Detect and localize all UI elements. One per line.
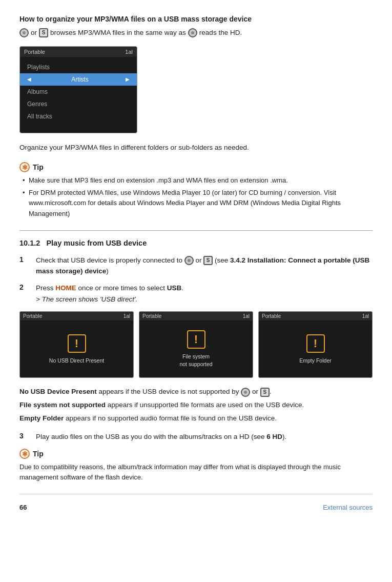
warning-icon-3: !: [306, 334, 325, 353]
tip-item-2: For DRM protected WMA files, use Windows…: [22, 188, 373, 218]
step-2: 2 Press HOME once or more times to selec…: [19, 283, 373, 306]
tip-icon-2: ✱: [19, 449, 30, 459]
screen-nousb-right: 1al: [123, 313, 130, 319]
screen-nousb: Portable 1al ! No USB Direct Present: [19, 311, 134, 378]
step-num-3: 3: [19, 432, 29, 440]
cd-icon: [19, 28, 29, 37]
s-icon: S: [39, 28, 48, 37]
tip-item-1: Make sure that MP3 files end on extensio…: [22, 175, 373, 186]
usb-bold: USB: [167, 284, 182, 292]
screen-filesystem-body: ! File systemnot supported: [139, 320, 253, 377]
s-icon-step1: S: [203, 256, 213, 265]
tip-label-2: Tip: [33, 450, 44, 458]
screen-emptyfolder-right: 1al: [362, 313, 369, 319]
screen-menu-alltracks: All tracks: [20, 110, 137, 123]
warning-icon-2: !: [187, 330, 205, 349]
screen-emptyfolder: Portable 1al ! Empty Folder: [258, 311, 373, 378]
step-content-2: Press HOME once or more times to select …: [36, 283, 373, 306]
desc-emptyfolder: Empty Folder appears if no supported aud…: [19, 413, 373, 424]
screen-header-1: Portable 1al: [20, 47, 137, 57]
screen-filesystem-left: Portable: [142, 313, 161, 319]
page-number: 66: [19, 504, 27, 511]
screen-nousb-text: No USB Direct Present: [49, 357, 104, 365]
home-text: HOME: [55, 284, 76, 292]
tip-header-2: ✱ Tip: [19, 449, 373, 459]
step-content-3: Play audio files on the USB as you do wi…: [36, 432, 373, 443]
screen-menu: Playlists Artists Albums Genres All trac…: [20, 57, 137, 127]
desc-nousb-bold: No USB Device Present: [19, 388, 97, 395]
intro-line: or S browses MP3/WMA files in the same w…: [19, 28, 373, 38]
screen-header-left: Portable: [24, 49, 45, 55]
tip2-text: Due to compatibility reasons, the album/…: [19, 462, 373, 483]
footer-label: External sources: [323, 504, 373, 511]
screen-nousb-header: Portable 1al: [20, 312, 133, 320]
intro-text: browses MP3/WMA files in the same way as: [50, 28, 186, 38]
step1-or: or: [195, 256, 203, 264]
section-title: 10.1.2 Play music from USB device: [19, 239, 373, 247]
desc-nousb: No USB Device Present appears if the USB…: [19, 386, 373, 397]
screen-image-1: Portable 1al Playlists Artists Albums Ge…: [19, 46, 137, 133]
screen-emptyfolder-left: Portable: [262, 313, 281, 319]
cd-icon-desc: [241, 388, 250, 397]
hd-bold: 6 HD: [266, 433, 282, 440]
screen-menu-genres: Genres: [20, 98, 137, 110]
screen-filesystem-right: 1al: [243, 313, 250, 319]
screen-menu-albums: Albums: [20, 86, 137, 98]
desc-filesystem-bold: File system not supported: [19, 401, 106, 409]
intro-or-text: or: [31, 28, 37, 38]
screen-filesystem: Portable 1al ! File systemnot supported: [139, 311, 253, 378]
step-3: 3 Play audio files on the USB as you do …: [19, 432, 373, 443]
step-num-2: 2: [19, 283, 29, 291]
tip-list-1: Make sure that MP3 files end on extensio…: [19, 175, 373, 219]
screen-filesystem-text: File systemnot supported: [179, 353, 212, 368]
tip-label-1: Tip: [33, 163, 44, 171]
desc-filesystem: File system not supported appears if uns…: [19, 399, 373, 411]
descriptions-block: No USB Device Present appears if the USB…: [19, 386, 373, 424]
screen-emptyfolder-header: Portable 1al: [259, 312, 372, 320]
page-title: How to organize your MP3/WMA files on a …: [19, 14, 373, 25]
step-1: 1 Check that USB device is properly conn…: [19, 255, 373, 277]
desc-emptyfolder-bold: Empty Folder: [19, 414, 64, 422]
step-content-1: Check that USB device is properly connec…: [36, 255, 373, 277]
screen-nousb-left: Portable: [23, 313, 42, 319]
intro-end-text: reads the HD.: [199, 28, 242, 38]
section-number: 10.1.2: [19, 239, 40, 247]
section-name: Play music from USB device: [46, 239, 147, 247]
tip-icon-1: ✱: [19, 162, 30, 172]
arrow-line: > The screen shows 'USB direct'.: [36, 294, 373, 305]
screen-filesystem-header: Portable 1al: [139, 312, 253, 320]
footer: 66 External sources: [19, 494, 373, 511]
screen-menu-playlists: Playlists: [20, 61, 137, 73]
cd-icon-2: [188, 28, 197, 37]
screen-emptyfolder-text: Empty Folder: [299, 357, 331, 365]
s-icon-desc: S: [260, 388, 270, 397]
tip-header-1: ✱ Tip: [19, 162, 373, 172]
screen-nousb-body: ! No USB Direct Present: [20, 320, 133, 377]
screen-emptyfolder-body: ! Empty Folder: [259, 320, 372, 377]
step-num-1: 1: [19, 255, 29, 264]
page-container: How to organize your MP3/WMA files on a …: [19, 14, 373, 511]
warning-icon-1: !: [68, 334, 86, 353]
cd-icon-step1: [184, 256, 194, 265]
tip-section-1: ✱ Tip Make sure that MP3 files end on ex…: [19, 162, 373, 219]
tip-section-2: ✱ Tip Due to compatibility reasons, the …: [19, 449, 373, 483]
section-divider: [19, 230, 373, 231]
screens-row: Portable 1al ! No USB Direct Present Por…: [19, 311, 373, 378]
organize-text: Organize your MP3/WMA files in different…: [19, 143, 373, 153]
screen-menu-artists: Artists: [20, 73, 137, 86]
screen-header-right: 1al: [125, 49, 133, 55]
